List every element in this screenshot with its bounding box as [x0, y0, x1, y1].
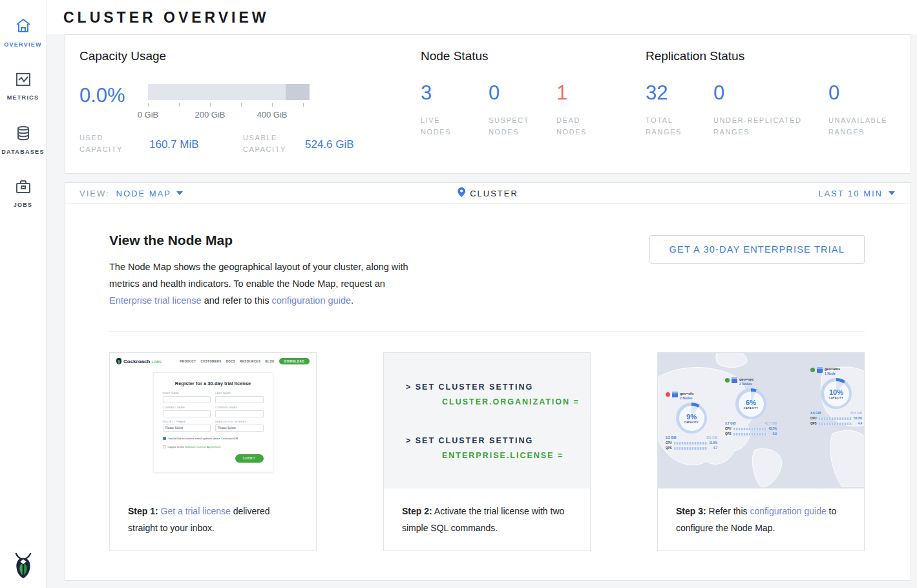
dead-nodes-stat: 1 DEAD NODES: [556, 83, 596, 138]
sidebar-item-label: JOBS: [14, 202, 33, 208]
total-ranges-stat: 32 TOTAL RANGES: [646, 83, 713, 138]
node-map-preview-image: geo=sfo 2 Nodes 9% CAPACITY 3.2 GiB3: [658, 353, 864, 488]
database-icon: [16, 125, 30, 143]
sidebar-item-label: DATABASES: [1, 149, 44, 155]
node-map-heading: View the Node Map: [109, 233, 408, 248]
section-divider: [109, 331, 865, 331]
suspect-nodes-label: SUSPECT NODES: [489, 114, 539, 138]
under-replicated-ranges-value: 0: [713, 83, 828, 103]
capacity-axis-ticks: [148, 103, 310, 108]
capacity-bar-usable: [148, 84, 286, 100]
briefcase-icon: [16, 180, 31, 196]
cockroach-labs-logo: [0, 552, 46, 579]
node-ok-badge-icon: [725, 378, 730, 383]
content-area: CLUSTER OVERVIEW Capacity Usage 0.0%: [47, 0, 917, 588]
total-ranges-label: TOTAL RANGES: [646, 114, 686, 138]
node-map-panel: View the Node Map The Node Map shows the…: [65, 204, 911, 581]
sidebar-item-jobs[interactable]: JOBS: [0, 174, 46, 215]
sql-commands-illustration: > SET CLUSTER SETTING CLUSTER.ORGANIZATI…: [384, 353, 590, 488]
page-header: CLUSTER OVERVIEW: [47, 0, 917, 34]
capacity-bar-reserved: [286, 84, 310, 100]
sidebar: OVERVIEW METRICS DATABASES JOBS: [0, 0, 47, 588]
dead-nodes-label: DEAD NODES: [556, 114, 596, 138]
node-error-badge-icon: [666, 392, 670, 397]
enterprise-trial-button[interactable]: GET A 30-DAY ENTERPRISE TRIAL: [649, 235, 865, 264]
home-icon: [15, 18, 32, 36]
map-node-ams: geo=ams 1 Node 10% CAPACITY 3.6 GiB3: [810, 367, 864, 425]
capacity-usage-section: Capacity Usage 0.0%: [79, 49, 421, 155]
mini-brand: Cockroach LABS: [123, 359, 162, 364]
breadcrumb-cluster[interactable]: CLUSTER: [470, 189, 518, 198]
used-capacity-value: 160.7 MiB: [149, 132, 228, 151]
step-3-card: geo=sfo 2 Nodes 9% CAPACITY 3.2 GiB3: [657, 352, 865, 551]
replication-status-title: Replication Status: [646, 49, 911, 63]
unavailable-ranges-value: 0: [828, 83, 906, 103]
axis-tick-label: 400 GiB: [257, 110, 288, 120]
configuration-guide-link[interactable]: configuration guide: [750, 506, 826, 516]
live-nodes-value: 3: [421, 83, 489, 103]
sidebar-item-databases[interactable]: DATABASES: [0, 120, 46, 162]
replication-status-section: Replication Status 32 TOTAL RANGES 0 UND…: [646, 49, 911, 155]
live-nodes-stat: 3 LIVE NODES: [421, 83, 489, 138]
usable-capacity-value: 524.6 GiB: [305, 132, 354, 151]
view-label: VIEW:: [79, 189, 110, 198]
mini-trial-form: Register for a 30-day trial license FIRS…: [153, 372, 273, 472]
enterprise-trial-license-link[interactable]: Enterprise trial license: [109, 295, 202, 306]
chevron-down-icon: [176, 191, 183, 195]
node-status-title: Node Status: [421, 49, 646, 63]
get-trial-license-link[interactable]: Get a trial license: [161, 506, 231, 516]
dead-nodes-value: 1: [556, 83, 596, 103]
under-replicated-ranges-stat: 0 UNDER-REPLICATED RANGES: [713, 83, 828, 138]
map-node-sfo: geo=sfo 2 Nodes 9% CAPACITY 3.2 GiB3: [666, 392, 721, 450]
node-cube-icon: [672, 392, 678, 397]
unavailable-ranges-stat: 0 UNAVAILABLE RANGES: [828, 83, 906, 138]
suspect-nodes-value: 0: [489, 83, 556, 103]
step-3-caption: Step 3: Refer this configuration guide t…: [658, 488, 864, 551]
sidebar-item-overview[interactable]: OVERVIEW: [0, 13, 46, 54]
time-range-dropdown[interactable]: LAST 10 MIN: [818, 189, 895, 198]
trial-registration-screenshot: Cockroach LABS PRODUCTCUSTOMERSDOCSRESOU…: [110, 353, 316, 488]
axis-tick-label: 0 GiB: [138, 110, 159, 120]
step-1-caption: Step 1: Get a trial license delivered st…: [110, 488, 316, 551]
total-ranges-value: 32: [646, 83, 713, 103]
node-cube-icon: [732, 377, 737, 383]
view-toolbar: VIEW: NODE MAP CLUSTER LAST 10 MIN: [65, 182, 911, 204]
step-2-card: > SET CLUSTER SETTING CLUSTER.ORGANIZATI…: [383, 352, 591, 551]
chevron-down-icon: [889, 191, 895, 195]
node-map-description: The Node Map shows the geographical layo…: [109, 258, 408, 309]
page-title: CLUSTER OVERVIEW: [63, 9, 917, 26]
live-nodes-label: LIVE NODES: [421, 114, 461, 138]
mini-nav: PRODUCTCUSTOMERSDOCSRESOURCESBLOG DOWNLO…: [180, 358, 310, 364]
usable-capacity-label: USABLE CAPACITY: [243, 132, 300, 155]
metrics-chart-icon: [16, 72, 31, 89]
map-node-nyc: geo=nyc 2 Nodes 6% CAPACITY 3.7 GiB4: [725, 377, 781, 436]
step-1-card: Cockroach LABS PRODUCTCUSTOMERSDOCSRESOU…: [109, 352, 317, 551]
capacity-bar-chart: 0 GiB 200 GiB 400 GiB: [148, 84, 310, 120]
mini-download-button: DOWNLOAD: [279, 358, 310, 364]
view-dropdown[interactable]: NODE MAP: [116, 189, 183, 198]
under-replicated-ranges-label: UNDER-REPLICATED RANGES: [713, 114, 820, 138]
step-2-caption: Step 2: Activate the trial license with …: [384, 488, 590, 551]
cluster-summary-card: Capacity Usage 0.0%: [65, 34, 911, 174]
sidebar-item-label: OVERVIEW: [4, 41, 42, 48]
suspect-nodes-stat: 0 SUSPECT NODES: [489, 83, 556, 138]
sidebar-item-metrics[interactable]: METRICS: [0, 67, 46, 107]
node-ok-badge-icon: [810, 368, 815, 372]
node-cube-icon: [817, 367, 823, 373]
node-status-section: Node Status 3 LIVE NODES 0 SUSPECT NODES…: [421, 49, 646, 155]
axis-tick-label: 200 GiB: [195, 110, 226, 120]
sidebar-item-label: METRICS: [7, 94, 39, 101]
used-capacity-label: USED CAPACITY: [79, 132, 136, 155]
configuration-guide-link[interactable]: configuration guide: [271, 295, 351, 306]
capacity-usage-title: Capacity Usage: [79, 49, 421, 63]
cockroach-logo-icon: [116, 358, 121, 364]
location-pin-icon: [458, 187, 465, 199]
unavailable-ranges-label: UNAVAILABLE RANGES: [828, 114, 906, 138]
